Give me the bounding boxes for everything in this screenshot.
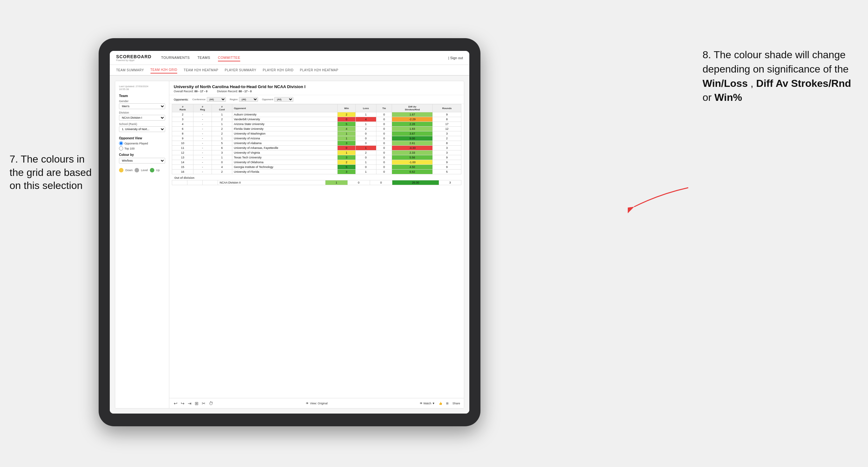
- col-tie: Tie: [376, 104, 392, 112]
- region-select[interactable]: (All): [239, 97, 258, 102]
- conf-cell: 6: [212, 146, 232, 151]
- toolbar-grid-icon[interactable]: ⊞: [446, 402, 448, 405]
- right-arrow: [628, 181, 691, 219]
- toolbar-right: 👁 Watch ▼ 👍 ⊞ Share: [420, 402, 460, 405]
- win-cell: 5: [338, 122, 355, 127]
- opponent-cell: Texas Tech University: [232, 155, 338, 160]
- diff-cell: -4.33: [392, 146, 433, 151]
- nav-link-teams[interactable]: TEAMS: [197, 54, 210, 61]
- reg-cell: -: [193, 151, 212, 155]
- nav-link-committee[interactable]: COMMITTEE: [218, 54, 241, 61]
- nav-link-tournaments[interactable]: TOURNAMENTS: [161, 54, 190, 61]
- annotation-right: 8. The colour shade will change dependin…: [703, 48, 855, 105]
- conf-cell: 5: [212, 141, 232, 146]
- radio-opponents-played-input[interactable]: [119, 141, 123, 145]
- opponent-cell: Auburn University: [232, 112, 338, 117]
- sub-nav-player-summary[interactable]: PLAYER SUMMARY: [225, 67, 256, 73]
- tie-cell: 0: [376, 141, 392, 146]
- region-filter: Region (All): [230, 97, 258, 102]
- reg-cell: -: [193, 155, 212, 160]
- toolbar-share[interactable]: Share: [453, 402, 460, 405]
- colour-by-select[interactable]: Win/loss: [119, 158, 165, 163]
- conference-select[interactable]: (All): [207, 97, 226, 102]
- col-diff: Diff AvStrokes/Rnd: [392, 104, 433, 112]
- grid-records: Overall Record: 89 - 17 - 0 Division Rec…: [174, 90, 460, 93]
- sub-nav-team-summary[interactable]: TEAM SUMMARY: [116, 67, 144, 73]
- radio-top100-input[interactable]: [119, 146, 123, 151]
- bottom-toolbar: ↩ ↪ ⇥ ⊞ ✂ ⏱ 👁 View: Original 👁 Wat: [169, 398, 464, 408]
- toolbar-view-label[interactable]: View: Original: [310, 402, 328, 405]
- logo-text: SCOREBOARD: [116, 54, 151, 59]
- annotation-right-bold3: Win%: [714, 92, 742, 103]
- toolbar-watch[interactable]: 👁 Watch ▼: [420, 402, 435, 405]
- diff-cell: 3.67: [392, 131, 433, 136]
- nav-bar: SCOREBOARD Powered by clippd TOURNAMENTS…: [110, 51, 469, 65]
- toolbar-undo[interactable]: ↩: [173, 400, 178, 407]
- radio-top100[interactable]: Top 100: [119, 146, 165, 151]
- reg-cell: -: [193, 146, 212, 151]
- rank-cell: 6: [172, 127, 193, 131]
- toolbar-like[interactable]: 👍: [439, 402, 442, 405]
- table-row: 8-2University of Washington1003.673: [172, 131, 461, 136]
- table-row: 14-0University of Oklahoma210-1.009: [172, 160, 461, 165]
- division-record: Division Record: 88 - 17 - 0: [217, 90, 252, 93]
- win-cell: 4: [338, 127, 355, 131]
- opponent-label: Opponent: [262, 98, 273, 101]
- out-of-division-table: NCAA Division II10026.003: [172, 180, 461, 185]
- nav-links: TOURNAMENTS TEAMS COMMITTEE: [161, 54, 240, 61]
- diff-cell: 2.33: [392, 151, 433, 155]
- opponent-select[interactable]: (All): [274, 97, 293, 102]
- out-of-division-label: Out of division: [172, 174, 461, 180]
- logo-area: SCOREBOARD Powered by clippd: [116, 54, 151, 61]
- sidebar-division-select[interactable]: NCAA Division I: [119, 115, 165, 121]
- out-of-division-cell: 0: [347, 180, 370, 185]
- tie-cell: 0: [376, 127, 392, 131]
- tie-cell: 0: [376, 151, 392, 155]
- loss-cell: 2: [355, 127, 376, 131]
- loss-cell: 0: [355, 155, 376, 160]
- radio-opponents-played[interactable]: Opponents Played: [119, 141, 165, 145]
- sub-nav-team-h2h-grid[interactable]: TEAM H2H GRID: [151, 67, 178, 73]
- sub-nav-player-h2h-grid[interactable]: PLAYER H2H GRID: [263, 67, 294, 73]
- sidebar-gender-select[interactable]: Men's: [119, 103, 165, 109]
- ipad-frame: SCOREBOARD Powered by clippd TOURNAMENTS…: [99, 38, 480, 426]
- toolbar-copy[interactable]: ⊞: [194, 400, 199, 407]
- opponent-cell: University of Virginia: [232, 151, 338, 155]
- conf-cell: 4: [212, 165, 232, 169]
- colour-by-title: Colour by: [119, 153, 165, 157]
- opponent-filter: Opponent (All): [262, 97, 293, 102]
- toolbar-clock[interactable]: ⏱: [208, 400, 214, 407]
- out-of-division-cell: 1: [325, 180, 347, 185]
- tie-cell: 0: [376, 160, 392, 165]
- rounds-cell: 17: [433, 122, 461, 127]
- toolbar-forward[interactable]: ⇥: [187, 400, 192, 407]
- opponent-cell: University of Arkansas, Fayetteville: [232, 146, 338, 151]
- toolbar-cut[interactable]: ✂: [201, 400, 206, 407]
- opponent-cell: University of Oklahoma: [232, 160, 338, 165]
- grid-content: University of North Carolina Head-to-Hea…: [169, 81, 464, 408]
- conf-cell: 2: [212, 127, 232, 131]
- sub-nav-team-h2h-heatmap[interactable]: TEAM H2H HEATMAP: [184, 67, 218, 73]
- win-cell: 5: [338, 165, 355, 169]
- legend-down-dot: [119, 168, 123, 173]
- conf-cell: 1: [212, 112, 232, 117]
- sidebar-school-select[interactable]: 1. University of Nort...: [119, 126, 165, 132]
- sign-out[interactable]: | Sign out: [448, 56, 463, 60]
- rounds-cell: 5: [433, 169, 461, 174]
- conf-cell: 1: [212, 155, 232, 160]
- opponent-cell: University of Florida: [232, 169, 338, 174]
- col-rank: #Rank: [172, 104, 193, 112]
- legend-row: Down Level Up: [119, 168, 165, 173]
- conf-cell: 2: [212, 117, 232, 122]
- rounds-cell: 8: [433, 141, 461, 146]
- radio-opponents-played-label: Opponents Played: [124, 142, 148, 145]
- annotation-left-text: The colours in the grid are based on thi…: [9, 153, 92, 191]
- legend-level-label: Level: [141, 168, 148, 172]
- toolbar-redo[interactable]: ↪: [180, 400, 185, 407]
- sub-nav-player-h2h-heatmap[interactable]: PLAYER H2H HEATMAP: [300, 67, 339, 73]
- col-rounds: Rounds: [433, 104, 461, 112]
- reg-cell: -: [193, 127, 212, 131]
- rank-cell: 8: [172, 131, 193, 136]
- opponent-cell: University of Alabama: [232, 141, 338, 146]
- nav-left: SCOREBOARD Powered by clippd TOURNAMENTS…: [116, 54, 240, 61]
